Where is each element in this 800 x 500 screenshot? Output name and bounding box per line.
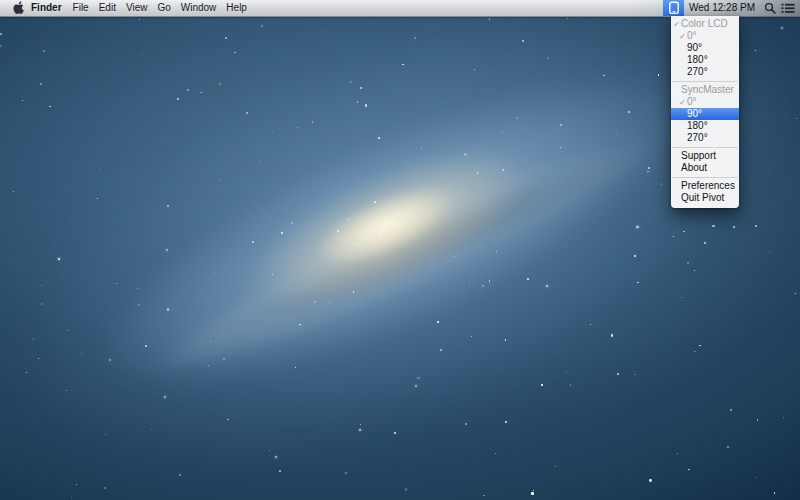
- star: [223, 358, 225, 360]
- star: [405, 488, 407, 490]
- menu-item-quit-pivot[interactable]: Quit Pivot: [671, 192, 739, 204]
- menu-item-label: 90°: [687, 108, 702, 119]
- menu-item-180-[interactable]: 180°: [671, 120, 739, 132]
- pivot-dropdown-menu: ✓Color LCD✓0°90°180°270°SyncMaster✓0°90°…: [671, 16, 739, 208]
- star: [0, 45, 2, 47]
- menu-item-about[interactable]: About: [671, 162, 739, 174]
- star: [105, 434, 106, 435]
- star: [68, 330, 69, 331]
- star: [414, 37, 416, 39]
- spotlight-button[interactable]: [761, 0, 779, 16]
- star: [49, 106, 50, 107]
- star: [649, 479, 651, 481]
- star: [694, 270, 695, 271]
- menu-item-label: 270°: [687, 66, 708, 77]
- menu-bar-item-go[interactable]: Go: [152, 0, 175, 16]
- menu-item-90-[interactable]: 90°: [671, 108, 739, 120]
- menu-item-label: 180°: [687, 54, 708, 65]
- star: [281, 232, 283, 234]
- menu-bar-item-window[interactable]: Window: [176, 0, 222, 16]
- star: [502, 132, 503, 133]
- star: [297, 127, 298, 128]
- notification-center-button[interactable]: [779, 0, 797, 16]
- star: [138, 304, 140, 306]
- star: [555, 465, 557, 467]
- galaxy-bright-rim: [135, 109, 675, 401]
- menu-bar-item-view[interactable]: View: [121, 0, 153, 16]
- star: [380, 234, 382, 236]
- menu-item-label: Quit Pivot: [681, 192, 724, 203]
- star: [179, 474, 181, 476]
- star: [541, 384, 543, 386]
- menu-bar-item-file[interactable]: File: [68, 0, 94, 16]
- star: [314, 301, 316, 303]
- star: [225, 37, 227, 39]
- star: [560, 124, 562, 126]
- star: [505, 421, 507, 423]
- menu-bar-clock[interactable]: Wed 12:28 PM: [684, 0, 761, 16]
- rotated-display-icon: [668, 1, 680, 15]
- star: [104, 487, 106, 489]
- menu-item-180-[interactable]: 180°: [671, 54, 739, 66]
- star: [482, 285, 484, 287]
- galaxy-band-inner: [64, 15, 726, 449]
- star: [167, 308, 169, 310]
- pivot-menu-extra[interactable]: [663, 0, 684, 16]
- star: [337, 230, 339, 232]
- star: [291, 222, 293, 224]
- star: [417, 377, 419, 379]
- star: [570, 384, 571, 385]
- star: [261, 25, 262, 26]
- star: [755, 225, 757, 227]
- star: [796, 118, 797, 119]
- star: [560, 147, 561, 148]
- menu-separator: [672, 177, 738, 178]
- star: [454, 256, 455, 257]
- apple-menu[interactable]: [13, 1, 25, 15]
- star: [394, 432, 396, 434]
- star: [0, 33, 2, 35]
- star: [360, 424, 361, 425]
- star: [489, 280, 491, 282]
- star: [295, 367, 296, 368]
- star: [647, 171, 649, 173]
- menu-item-270-[interactable]: 270°: [671, 66, 739, 78]
- star: [260, 161, 261, 162]
- menu-bar-item-finder[interactable]: Finder: [26, 0, 68, 16]
- star: [266, 165, 268, 167]
- star: [38, 358, 39, 359]
- star: [628, 111, 630, 113]
- star: [41, 303, 43, 305]
- star: [648, 167, 650, 169]
- apple-icon: [13, 1, 25, 15]
- star: [22, 100, 24, 102]
- star: [41, 285, 42, 286]
- star: [637, 282, 639, 284]
- star: [109, 359, 111, 361]
- menu-item-270-[interactable]: 270°: [671, 132, 739, 144]
- star: [603, 75, 605, 77]
- menu-bar-item-edit[interactable]: Edit: [94, 0, 121, 16]
- star: [755, 50, 756, 51]
- checkmark-icon: ✓: [673, 18, 680, 30]
- star: [214, 273, 216, 275]
- star: [329, 302, 331, 304]
- star: [590, 324, 591, 325]
- menu-separator: [672, 81, 738, 82]
- star: [496, 251, 498, 253]
- star: [636, 226, 638, 228]
- menu-item-preferences[interactable]: Preferences: [671, 180, 739, 192]
- menu-item-support[interactable]: Support: [671, 150, 739, 162]
- galaxy-dust-lane: [190, 127, 651, 372]
- star: [220, 179, 221, 180]
- galaxy-core-glow: [231, 117, 550, 340]
- star: [219, 83, 221, 85]
- menu-item-90-[interactable]: 90°: [671, 42, 739, 54]
- star: [275, 456, 277, 458]
- star: [677, 453, 678, 454]
- status-area: Wed 12:28 PM: [663, 0, 800, 16]
- star: [681, 297, 683, 299]
- menu-bar-item-help[interactable]: Help: [221, 0, 252, 16]
- star: [145, 345, 147, 347]
- star: [137, 288, 138, 289]
